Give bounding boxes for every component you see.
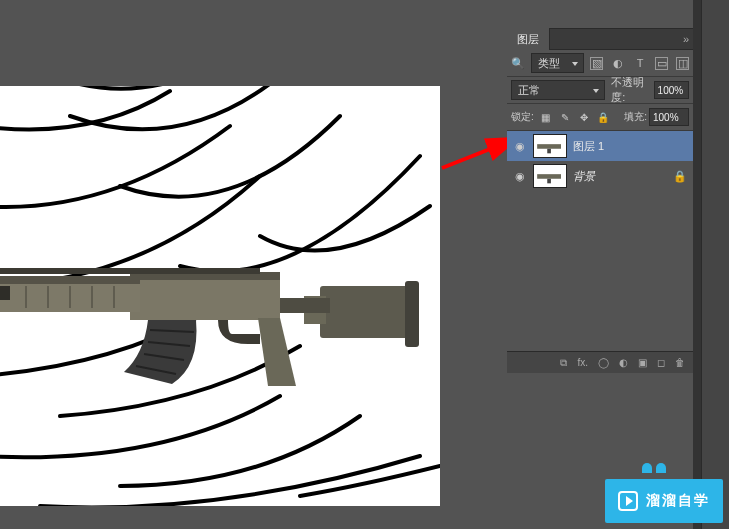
lock-label: 锁定: [511,110,534,124]
panel-menu-icon[interactable]: » [683,33,689,45]
opacity-label: 不透明度: [611,75,651,105]
lock-move-icon[interactable]: ✥ [577,110,591,124]
filter-search-icon[interactable]: 🔍 [511,57,525,70]
layer-item-background[interactable]: ◉ 背景 🔒 [507,161,693,191]
image-canvas [0,86,440,506]
svg-rect-25 [547,179,551,184]
layer-name-label: 图层 1 [573,139,604,154]
panel-divider [693,0,701,529]
layer-group-icon[interactable]: ▣ [638,357,647,368]
visibility-toggle-icon[interactable]: ◉ [513,139,527,153]
lock-all-icon[interactable]: 🔒 [596,110,610,124]
blend-mode-select[interactable]: 正常 [511,80,605,100]
canvas-art [0,86,440,506]
svg-rect-12 [0,268,260,274]
layer-fx-icon[interactable]: fx. [577,357,588,368]
new-layer-icon[interactable]: ◻ [657,357,665,368]
watermark-text: 溜溜自学 [646,492,710,510]
filter-pixel-icon[interactable]: ▧ [590,57,603,70]
fill-field[interactable]: 100% [649,108,689,126]
svg-rect-21 [537,144,561,149]
layers-panel: 图层 » 🔍 类型 ▧ ◐ T ▭ ◫ 正常 不透明度: 100% 锁定: ▦ … [507,28,693,373]
filter-shape-icon[interactable]: ▭ [655,57,668,70]
filter-icon-group: ▧ ◐ T ▭ ◫ [590,56,689,70]
fill-label: 填充: [624,110,647,124]
layer-lock-icon: 🔒 [673,170,687,183]
filter-type-select[interactable]: 类型 [531,53,584,73]
filter-text-icon[interactable]: T [633,56,647,70]
lock-fill-row: 锁定: ▦ ✎ ✥ 🔒 填充: 100% [507,104,693,131]
layer-list: ◉ 图层 1 ◉ 背景 🔒 [507,131,693,351]
link-layers-icon[interactable]: ⧉ [560,357,567,369]
watermark-play-icon [618,491,638,511]
panel-tab-header: 图层 » [507,28,693,50]
svg-rect-24 [537,174,561,179]
layer-thumbnail[interactable] [533,164,567,188]
layer-item-1[interactable]: ◉ 图层 1 [507,131,693,161]
blend-opacity-row: 正常 不透明度: 100% [507,77,693,104]
svg-rect-4 [130,278,280,320]
layer-name-label: 背景 [573,169,595,184]
collapsed-panel-strip[interactable] [701,0,729,529]
adjustment-layer-icon[interactable]: ◐ [619,357,628,368]
filter-adjust-icon[interactable]: ◐ [611,56,625,70]
layer-footer: ⧉ fx. ◯ ◐ ▣ ◻ 🗑 [507,351,693,373]
opacity-field[interactable]: 100% [654,81,689,99]
layers-tab[interactable]: 图层 [507,28,550,50]
delete-layer-icon[interactable]: 🗑 [675,357,685,368]
layer-thumbnail[interactable] [533,134,567,158]
svg-rect-13 [0,286,10,300]
svg-rect-1 [405,281,419,347]
lock-paint-icon[interactable]: ✎ [558,110,572,124]
watermark: 溜溜自学 [605,479,723,523]
svg-rect-22 [547,149,551,154]
layer-filter-row: 🔍 类型 ▧ ◐ T ▭ ◫ [507,50,693,77]
filter-smart-icon[interactable]: ◫ [676,57,689,70]
layer-mask-icon[interactable]: ◯ [598,357,609,368]
visibility-toggle-icon[interactable]: ◉ [513,169,527,183]
svg-rect-11 [0,276,140,284]
svg-rect-0 [320,286,415,338]
lock-transparency-icon[interactable]: ▦ [539,110,553,124]
